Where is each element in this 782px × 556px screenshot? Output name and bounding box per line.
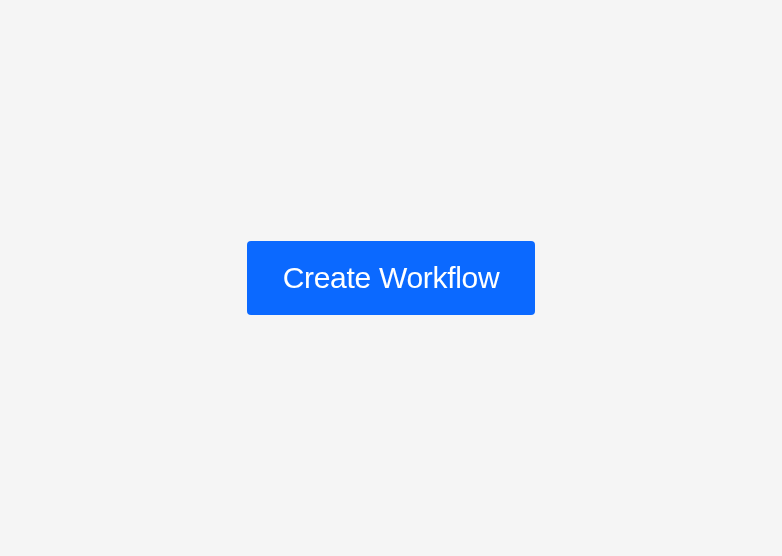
create-workflow-button[interactable]: Create Workflow bbox=[247, 241, 536, 315]
